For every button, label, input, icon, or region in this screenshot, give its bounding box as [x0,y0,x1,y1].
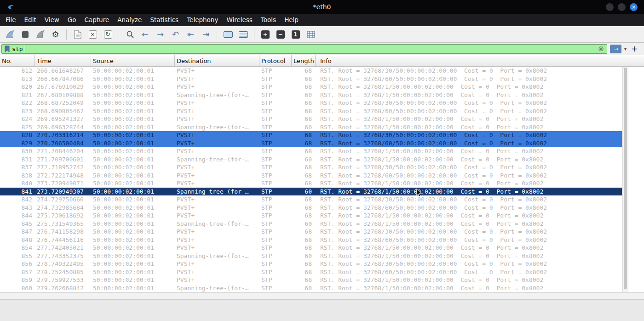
packet-row-837[interactable]: 837272.71895274250:00:00:02:00:01PVST+ST… [0,163,622,172]
cell-src: 50:00:00:02:00:01 [91,123,175,132]
cell-src: 50:00:00:02:00:01 [91,244,175,252]
packet-row-813[interactable]: 813266.66784708650:00:00:02:00:01PVST+ST… [0,75,622,83]
menu-item-statistics[interactable]: Statistics [146,14,183,26]
packet-row-828[interactable]: 828270.70331621450:00:00:02:00:01PVST+ST… [0,131,622,139]
packet-row-829[interactable]: 829270.70650048450:00:00:02:00:01PVST+ST… [0,139,622,148]
capture-options-button[interactable]: ⚙ [48,28,63,41]
column-header-no[interactable]: No. [0,55,35,66]
cell-dst: PVST+ [175,107,259,115]
filter-dropdown-arrow[interactable]: ▾ [624,46,627,52]
packet-row-847[interactable]: 847276.74115829850:00:00:02:00:01PVST+ST… [0,228,622,236]
cell-proto: STP [259,284,292,292]
column-header-dst[interactable]: Destination [175,55,259,66]
cell-len: 68 [292,179,316,188]
packet-row-843[interactable]: 843274.73298568450:00:00:02:00:01PVST+ST… [0,204,622,212]
packet-row-822[interactable]: 822268.68725204950:00:00:02:00:01PVST+ST… [0,99,622,107]
maximize-button[interactable] [618,3,626,11]
autoscroll-button[interactable] [221,28,235,41]
menu-item-wireless[interactable]: Wireless [222,14,257,26]
packet-row-844[interactable]: 844275.73061869250:00:00:02:00:01PVST+ST… [0,212,622,220]
packet-row-841[interactable]: 841273.72094930750:00:00:02:00:01Spannin… [0,188,622,196]
find-packet-button[interactable] [123,28,137,41]
menu-item-file[interactable]: File [1,14,20,26]
vertical-scrollbar[interactable] [622,67,628,292]
zoom-in-button[interactable]: + [258,28,272,41]
packet-row-812[interactable]: 812266.66164826750:00:00:02:00:01PVST+ST… [0,67,622,75]
colorize-button[interactable] [236,28,250,41]
packet-row-854[interactable]: 854277.74240502150:00:00:02:00:01PVST+ST… [0,244,622,252]
display-filter-input[interactable]: stp ⊗ [1,44,607,54]
cell-no: 823 [0,107,35,115]
bookmark-icon[interactable] [5,46,10,52]
packet-detail-pane [0,299,644,321]
next-packet-icon: ⇥ [202,29,209,39]
packet-row-831[interactable]: 831271.70970060150:00:00:02:00:01Spannin… [0,155,622,164]
packet-row-825[interactable]: 825269.69632874450:00:00:02:00:01Spannin… [0,123,622,132]
packet-row-855[interactable]: 855277.74335237550:00:00:02:00:01Spannin… [0,252,622,260]
next-packet-button[interactable]: ⇥ [199,28,213,41]
packet-row-848[interactable]: 848276.74445611650:00:00:02:00:01PVST+ST… [0,236,622,244]
packet-row-845[interactable]: 845275.73154936550:00:00:02:00:01Spannin… [0,220,622,228]
packet-row-856[interactable]: 856278.74932249550:00:00:02:00:01PVST+ST… [0,260,622,268]
reload-file-button[interactable]: ↻ [101,28,115,41]
cell-proto: STP [259,260,292,268]
start-capture-button[interactable] [3,28,17,41]
zoom-original-button[interactable]: 1 [288,28,303,41]
go-back-icon: ← [142,29,149,39]
menu-item-capture[interactable]: Capture [80,14,114,26]
column-header-time[interactable]: Time [35,55,91,66]
stop-capture-button[interactable] [18,28,32,41]
cell-dst: Spanning-tree-(for-… [175,155,259,164]
scrollbar-thumb[interactable] [624,68,627,289]
cell-info: RST. Root = 32768/1/50:00:00:02:00:00 Co… [316,188,622,196]
go-back-button[interactable]: ← [138,28,152,41]
packet-row-859[interactable]: 859279.75992753350:00:00:02:00:01PVST+ST… [0,276,622,284]
column-header-info[interactable]: Info [316,55,644,66]
packet-row-824[interactable]: 824269.69524132750:00:00:02:00:01PVST+ST… [0,115,622,123]
zoom-out-button[interactable]: − [273,28,288,41]
packet-row-857[interactable]: 857278.75245088550:00:00:02:00:01PVST+ST… [0,268,622,276]
cell-time: 272.722174948 [35,172,91,180]
autoscroll-icon [224,31,233,38]
menu-item-edit[interactable]: Edit [20,14,40,26]
column-header-proto[interactable]: Protocol [259,55,292,66]
menu-item-telephony[interactable]: Telephony [183,14,222,26]
packet-row-838[interactable]: 838272.72217494850:00:00:02:00:01PVST+ST… [0,172,622,180]
menu-item-help[interactable]: Help [280,14,303,26]
packet-row-860[interactable]: 860279.76266884250:00:00:02:00:01Spannin… [0,284,622,292]
close-button[interactable]: × [630,3,638,11]
go-to-packet-button[interactable]: ↶ [168,28,183,41]
mouse-cursor [416,189,422,197]
packet-row-823[interactable]: 823268.69080546750:00:00:02:00:01PVST+ST… [0,107,622,115]
cell-dst: Spanning-tree-(for-… [175,284,259,292]
cell-info: RST. Root = 32768/30/50:00:00:02:00:00 C… [316,99,622,107]
close-file-button[interactable]: × [86,28,100,41]
menu-item-view[interactable]: View [40,14,63,26]
menu-item-tools[interactable]: Tools [257,14,280,26]
column-header-src[interactable]: Source [91,55,175,66]
filter-apply-button[interactable]: → [610,45,621,53]
open-file-button[interactable] [70,28,85,41]
pane-splitter[interactable]: ······ [0,292,644,299]
cell-src: 50:00:00:02:00:01 [91,147,175,155]
cell-dst: PVST+ [175,147,259,155]
previous-packet-button[interactable]: ⇤ [184,28,198,41]
cell-src: 50:00:00:02:00:01 [91,139,175,148]
packet-row-820[interactable]: 820267.67691002950:00:00:02:00:01PVST+ST… [0,83,622,91]
cell-len: 60 [292,252,316,260]
packet-row-830[interactable]: 830271.70844620450:00:00:02:00:01PVST+ST… [0,147,622,155]
cell-len: 68 [292,163,316,172]
add-filter-button[interactable]: + [629,44,639,53]
menu-item-analyze[interactable]: Analyze [113,14,146,26]
packet-row-821[interactable]: 821267.68010988850:00:00:02:00:01Spannin… [0,91,622,99]
restart-capture-button[interactable] [33,28,47,41]
packet-row-842[interactable]: 842274.72975066650:00:00:02:00:01PVST+ST… [0,195,622,204]
column-header-len[interactable]: Length [292,55,316,66]
go-forward-button[interactable]: → [153,28,167,41]
cell-no: 856 [0,260,35,268]
menu-item-go[interactable]: Go [63,14,80,26]
minimize-button[interactable] [606,3,614,11]
resize-columns-button[interactable] [304,28,318,41]
packet-row-840[interactable]: 840273.72094907150:00:00:02:00:01PVST+ST… [0,179,622,188]
filter-clear-icon[interactable]: ⊗ [598,46,604,52]
